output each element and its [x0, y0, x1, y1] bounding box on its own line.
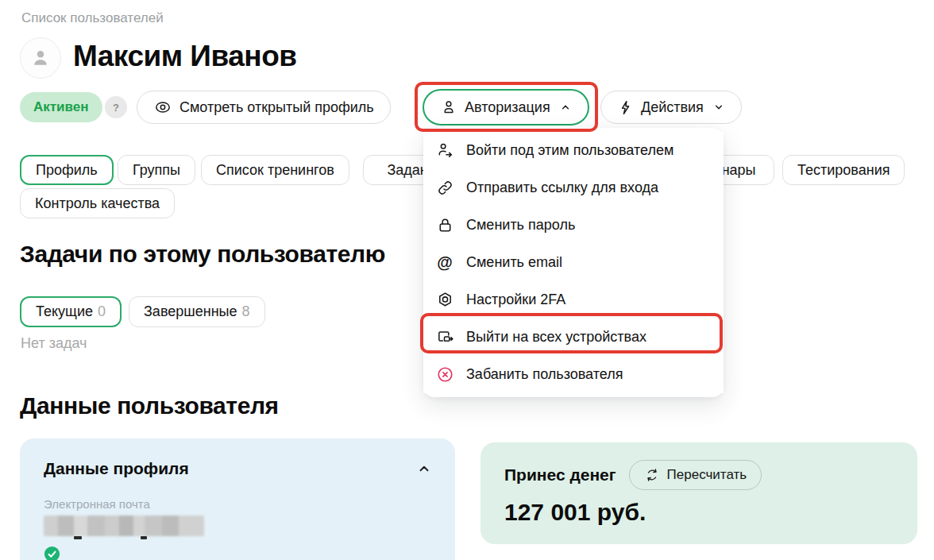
chevron-down-icon [712, 101, 725, 114]
menu-item-change-password[interactable]: Сменить пароль [423, 207, 724, 244]
view-public-profile-label: Смотреть открытый профиль [179, 99, 374, 116]
collapse-chevron-up-icon[interactable] [417, 462, 431, 476]
email-verified-icon [44, 546, 60, 560]
ban-icon [435, 365, 454, 384]
money-amount: 127 001 руб. [504, 499, 893, 526]
tasks-completed-count: 8 [242, 303, 250, 320]
authorization-dropdown-menu: Войти под этим пользователем Отправить с… [423, 128, 724, 397]
profile-data-card: Данные профиля Электронная почта [20, 438, 455, 560]
tasks-current-count: 0 [98, 303, 106, 320]
profile-card-title: Данные профиля [44, 459, 189, 478]
avatar [20, 37, 61, 79]
email-value-redacted [44, 516, 204, 536]
menu-item-2fa-settings[interactable]: Настройки 2FA [423, 281, 724, 319]
actions-button[interactable]: Действия [600, 91, 742, 124]
user-data-section-title: Данные пользователя [20, 392, 279, 419]
eye-icon [153, 98, 172, 117]
breadcrumb[interactable]: Список пользователей [21, 10, 164, 26]
menu-item-ban-user[interactable]: Забанить пользователя [423, 356, 724, 393]
tab-testing[interactable]: Тестирования [782, 155, 905, 185]
money-card-title: Принес денег [504, 465, 616, 485]
menu-item-label: Сменить email [466, 254, 562, 271]
recalculate-button[interactable]: Пересчитать [629, 460, 762, 490]
tab-tasks-current[interactable]: Текущие 0 [20, 296, 122, 327]
email-field-label: Электронная почта [44, 497, 431, 511]
lightning-icon [617, 99, 634, 116]
view-public-profile-button[interactable]: Смотреть открытый профиль [137, 91, 391, 124]
email-redaction-tail [44, 536, 204, 541]
menu-item-label: Отправить ссылку для входа [466, 180, 658, 196]
menu-item-change-email[interactable]: @ Сменить email [423, 244, 724, 281]
link-icon [435, 179, 454, 198]
user-profile-page: Список пользователей Максим Иванов Актив… [0, 0, 934, 560]
menu-item-label: Забанить пользователя [466, 366, 623, 383]
recalculate-label: Пересчитать [667, 467, 747, 483]
menu-item-logout-all-devices[interactable]: Выйти на всех устройствах [423, 319, 724, 356]
tasks-empty-text: Нет задач [21, 335, 87, 352]
tasks-current-label: Текущие [36, 303, 93, 320]
status-badge: Активен [20, 92, 102, 122]
user-icon [29, 46, 52, 70]
tasks-section-title: Задачи по этому пользователю [20, 241, 385, 268]
page-title: Максим Иванов [73, 40, 296, 73]
menu-item-label: Настройки 2FA [466, 292, 565, 308]
refresh-icon [644, 467, 660, 483]
menu-item-label: Сменить пароль [466, 217, 575, 234]
tab-groups[interactable]: Группы [118, 155, 195, 185]
logout-devices-icon [435, 328, 454, 347]
lock-icon [435, 216, 454, 235]
at-icon: @ [435, 253, 454, 272]
actions-label: Действия [641, 99, 704, 116]
authorization-label: Авторизация [465, 99, 550, 116]
tab-trainings-list[interactable]: Список тренингов [201, 155, 349, 185]
2fa-settings-icon [435, 291, 454, 310]
login-as-user-icon [435, 141, 454, 160]
tab-tasks-completed[interactable]: Завершенные 8 [129, 296, 265, 327]
menu-item-label: Выйти на всех устройствах [466, 329, 646, 346]
person-icon [440, 98, 457, 116]
help-icon[interactable]: ? [105, 96, 127, 118]
tab-profile[interactable]: Профиль [20, 155, 114, 185]
tasks-completed-label: Завершенные [144, 303, 237, 320]
menu-item-send-login-link[interactable]: Отправить ссылку для входа [423, 169, 724, 207]
chevron-up-icon [559, 101, 572, 114]
authorization-button[interactable]: Авторизация [423, 89, 589, 126]
tab-quality-control[interactable]: Контроль качества [20, 188, 175, 218]
menu-item-login-as-user[interactable]: Войти под этим пользователем [423, 132, 724, 169]
money-earned-card: Принес денег Пересчитать 127 001 руб. [481, 442, 917, 544]
menu-item-label: Войти под этим пользователем [466, 142, 673, 159]
